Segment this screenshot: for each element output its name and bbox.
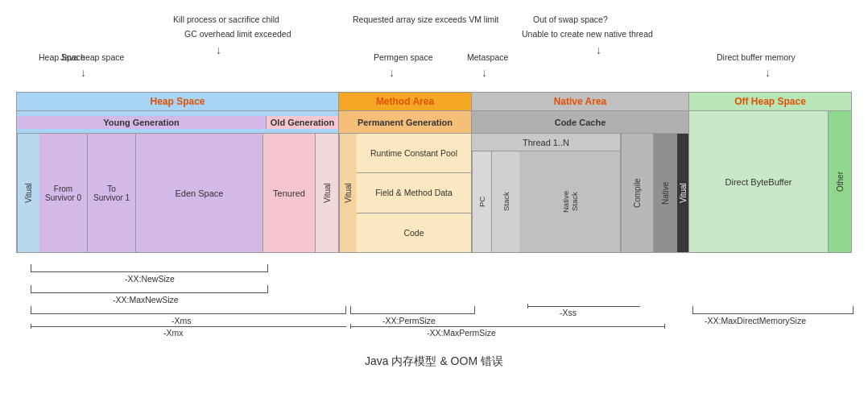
- maxpermsize-left: [350, 324, 351, 329]
- thread-cells: PC Stack NativeStack: [472, 151, 620, 252]
- method-list: Runtime Constant Pool Field & Method Dat…: [357, 134, 471, 252]
- method-area-header: Method Area: [339, 93, 471, 111]
- runtime-constant-pool: Runtime Constant Pool: [357, 134, 471, 173]
- main-container: Kill process or sacrifice child GC overh…: [0, 0, 868, 377]
- array-size-text: Requested array size exceeds VM limit: [353, 14, 499, 24]
- stack-label: Stack: [502, 193, 510, 212]
- maxpermsize-text: -XX:MaxPermSize: [427, 328, 496, 338]
- other-label: Other: [836, 172, 845, 192]
- oom-direct-buffer: Direct buffer memory: [717, 52, 796, 62]
- off-heap-label: Off Heap Space: [734, 96, 806, 107]
- maxdirect-text: -XX:MaxDirectMemorySize: [705, 316, 806, 325]
- thread-section: Thread 1..N PC Stack NativeStack: [472, 134, 621, 252]
- native-inner: Code Cache Thread 1..N PC Stack: [472, 111, 688, 252]
- oom-kill-process: Kill process or sacrifice child: [173, 14, 279, 24]
- heap-space-section: Heap Space Young Generation Old Generati…: [17, 93, 339, 252]
- annotations-section: -XX:NewSize -XX:MaxNewSize -Xms -Xmx -XX…: [16, 258, 852, 346]
- maxnewsize-bracket: [31, 285, 268, 293]
- xss-left: [527, 304, 528, 309]
- heap-space-header: Heap Space: [17, 93, 338, 111]
- kill-process-text: Kill process or sacrifice child: [173, 14, 279, 24]
- perm-gen-label: Permanent Generation: [358, 118, 453, 127]
- direct-buffer-arrow: ↓: [765, 66, 771, 79]
- thread-label: Thread 1..N: [523, 138, 569, 147]
- xss-line: [527, 306, 640, 307]
- java-heap-space-text: Java heap space: [60, 52, 124, 62]
- method-virtual-label: Vitual: [344, 183, 353, 203]
- xss-label: -Xss: [560, 308, 577, 317]
- gc-overhead-text: GC overhead limit exceeded: [184, 29, 291, 39]
- xms-bracket: [31, 306, 346, 314]
- direct-bytebuffer-cell: Direct ByteBuffer: [689, 111, 829, 252]
- young-gen-label: Young Generation: [103, 118, 180, 127]
- heap-virtual-label: Vitual: [24, 183, 33, 203]
- eden-space-label: Eden Space: [176, 188, 224, 198]
- xmx-left-tick: [31, 324, 31, 329]
- native-stack-cell: NativeStack: [519, 151, 620, 252]
- xmx-text: -Xmx: [163, 328, 184, 338]
- native-cell: Native: [653, 134, 677, 252]
- compile-cell: Compile: [621, 134, 653, 252]
- oom-permgen: Permgen space: [374, 52, 433, 62]
- memory-diagram: Heap Space Young Generation Old Generati…: [16, 92, 852, 253]
- method-inner: Permanent Generation Vitual Runtime Cons…: [339, 111, 471, 252]
- oom-java-heap-label: Java heap space: [60, 52, 124, 62]
- native-label: Native: [661, 181, 670, 204]
- oom-native-thread: Unable to create new native thread: [522, 29, 653, 39]
- metaspace-arrow: ↓: [482, 66, 487, 79]
- heap-cells-row: Vitual FromSurvivor 0 ToSurvivor 1 Eden …: [17, 134, 338, 252]
- native-thread-text: Unable to create new native thread: [522, 29, 653, 39]
- old-generation: Old Generation: [267, 116, 338, 129]
- direct-bytebuffer-label: Direct ByteBuffer: [725, 177, 792, 187]
- maxpermsize-label: -XX:MaxPermSize: [427, 328, 496, 338]
- oom-swap: Out of swap space?: [533, 14, 608, 24]
- other-cell: Other: [829, 111, 851, 252]
- permsize-label: -XX:PermSize: [382, 316, 436, 325]
- swap-text: Out of swap space?: [533, 14, 608, 24]
- perm-gen-header: Permanent Generation: [339, 111, 471, 134]
- newsize-bracket: [31, 264, 268, 272]
- native-area-header: Native Area: [472, 93, 688, 111]
- heap-gen-row: Young Generation Old Generation: [17, 111, 338, 134]
- xms-text: -Xms: [172, 316, 192, 325]
- oom-metaspace: Metaspace: [467, 52, 508, 62]
- metaspace-text: Metaspace: [467, 52, 508, 62]
- oom-gc-overhead: GC overhead limit exceeded: [184, 29, 291, 39]
- field-method-label: Field & Method Data: [375, 188, 453, 197]
- pc-label: PC: [477, 197, 486, 207]
- tenured-cell: Tenured: [263, 134, 316, 252]
- off-heap-header: Off Heap Space: [689, 93, 851, 111]
- compile-label: Compile: [633, 178, 642, 208]
- newsize-label: -XX:NewSize: [125, 274, 175, 284]
- native-cells: Thread 1..N PC Stack NativeStack: [472, 134, 688, 252]
- permsize-bracket: [350, 306, 475, 314]
- maxnewsize-label: -XX:MaxNewSize: [113, 295, 179, 304]
- oom-array-size: Requested array size exceeds VM limit: [353, 14, 499, 24]
- code-label: Code: [403, 228, 424, 238]
- virtual-native-label: Vitual: [679, 183, 688, 203]
- permgen-text: Permgen space: [374, 52, 433, 62]
- maxdirect-label: -XX:MaxDirectMemorySize: [705, 316, 806, 325]
- field-method-data: Field & Method Data: [357, 173, 471, 213]
- heap-inner: Young Generation Old Generation Vitual F…: [17, 111, 338, 252]
- direct-buffer-text: Direct buffer memory: [717, 52, 796, 62]
- method-cells: Vitual Runtime Constant Pool Field & Met…: [339, 134, 471, 252]
- maxpermsize-right: [664, 324, 665, 329]
- native-area-section: Native Area Code Cache Thread 1..N PC: [472, 93, 689, 252]
- heap-virtual-old-label: Vitual: [323, 183, 332, 203]
- newsize-text: -XX:NewSize: [125, 274, 175, 284]
- pc-cell: PC: [472, 151, 491, 252]
- method-area-label: Method Area: [376, 96, 434, 107]
- code-item: Code: [357, 213, 471, 252]
- permgen-arrow: ↓: [389, 66, 395, 79]
- title-text: Java 内存模型 & OOM 错误: [365, 354, 503, 367]
- xms-label: -Xms: [172, 316, 192, 325]
- heap-virtual-cell: Vitual: [17, 134, 39, 252]
- method-area-section: Method Area Permanent Generation Vitual …: [339, 93, 472, 252]
- xss-text: -Xss: [560, 308, 577, 317]
- young-generation: Young Generation: [17, 116, 267, 129]
- maxdirect-bracket: [692, 306, 854, 314]
- off-heap-inner: Direct ByteBuffer Other: [689, 111, 851, 252]
- stack-cell: Stack: [491, 151, 519, 252]
- xmx-line: [31, 326, 346, 327]
